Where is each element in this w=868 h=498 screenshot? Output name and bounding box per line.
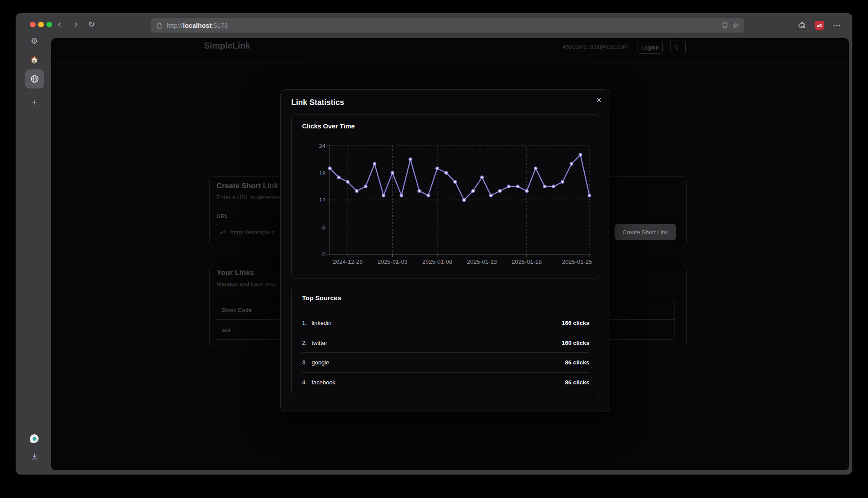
globe-icon	[30, 74, 39, 84]
modal-title: Link Statistics	[291, 98, 344, 107]
page-content: SimpleLink Welcome, test@test.com Logout…	[51, 38, 849, 470]
svg-text:2025-01-18: 2025-01-18	[512, 259, 542, 265]
source-name: google	[312, 359, 329, 366]
shield-icon[interactable]	[721, 22, 729, 29]
link-statistics-modal: Link Statistics × Clicks Over Time 06121…	[280, 89, 610, 412]
workspace-pin-icon[interactable]	[29, 433, 40, 444]
source-clicks: 86 clicks	[565, 359, 589, 366]
svg-text:2025-01-03: 2025-01-03	[378, 259, 408, 265]
clicks-over-time-card: Clicks Over Time 061218242024-12-292025-…	[291, 114, 600, 279]
adblock-badge[interactable]: uO	[815, 21, 824, 30]
source-clicks: 166 clicks	[562, 320, 589, 326]
back-button[interactable]: ‹	[54, 18, 65, 30]
downloads-icon[interactable]	[29, 451, 40, 462]
top-sources-card: Top Sources 1. linkedin 166 clicks 2. tw…	[291, 286, 600, 395]
svg-text:6: 6	[322, 224, 326, 231]
source-row: 3. google 86 clicks	[302, 353, 589, 373]
svg-text:2025-01-25: 2025-01-25	[562, 259, 592, 265]
source-row: 4. facebook 86 clicks	[302, 373, 589, 392]
source-row: 1. linkedin 166 clicks	[302, 313, 589, 333]
source-rank: 3.	[302, 359, 312, 366]
browser-sidebar: ⚙ 🏠 +	[16, 34, 52, 475]
top-sources-list: 1. linkedin 166 clicks 2. twitter 160 cl…	[292, 313, 600, 392]
svg-text:12: 12	[319, 197, 326, 203]
top-sources-title: Top Sources	[302, 294, 341, 301]
link-chain-icon	[220, 229, 226, 236]
source-clicks: 86 clicks	[565, 379, 589, 386]
window-close-button[interactable]	[30, 22, 36, 27]
sidebar-divider	[26, 92, 43, 92]
links-card-subtitle: Manage and track your	[217, 281, 276, 287]
svg-text:0: 0	[322, 251, 326, 258]
source-clicks: 160 clicks	[562, 340, 589, 346]
svg-text:2025-01-08: 2025-01-08	[422, 259, 452, 265]
app-header: SimpleLink Welcome, test@test.com Logout…	[51, 38, 849, 62]
extensions-puzzle-icon[interactable]	[798, 21, 806, 29]
source-name: twitter	[312, 340, 327, 346]
theme-moon-button[interactable]: ☾	[670, 40, 686, 54]
reload-button[interactable]: ↻	[86, 18, 97, 30]
logout-button[interactable]: Logout	[638, 41, 663, 54]
source-row: 2. twitter 160 clicks	[302, 333, 589, 353]
svg-text:24: 24	[319, 143, 326, 149]
source-rank: 4.	[302, 379, 312, 386]
create-card-title: Create Short Link	[217, 182, 278, 190]
links-card-title: Your Links	[217, 269, 254, 277]
window-minimize-button[interactable]	[38, 22, 44, 27]
window-zoom-button[interactable]	[46, 22, 52, 27]
forward-button[interactable]: ›	[70, 18, 82, 30]
source-rank: 2.	[302, 340, 312, 346]
source-name: linkedin	[312, 320, 332, 326]
source-rank: 1.	[302, 320, 312, 326]
browser-window: ‹ › ↻ http://localhost:5173 ☆ uO ⋯ ⚙ 🏠 +	[16, 13, 852, 475]
create-card-subtitle: Enter a URL to generate	[217, 194, 280, 200]
url-bar[interactable]: http://localhost:5173 ☆	[151, 18, 744, 33]
active-tab-globe[interactable]	[25, 69, 44, 88]
svg-text:18: 18	[319, 170, 326, 177]
new-tab-plus-button[interactable]: +	[29, 97, 40, 108]
url-text: http://localhost:5173	[167, 22, 228, 29]
page-icon	[156, 22, 163, 29]
clicks-chart-svg[interactable]: 061218242024-12-292025-01-032025-01-0820…	[292, 115, 600, 271]
settings-gear-icon[interactable]: ⚙	[29, 35, 40, 46]
welcome-text: Welcome, test@test.com	[562, 43, 628, 50]
svg-text:2025-01-13: 2025-01-13	[467, 259, 497, 265]
menu-dots-icon[interactable]: ⋯	[833, 20, 841, 30]
brand-title: SimpleLink	[204, 41, 250, 51]
source-name: facebook	[312, 379, 335, 386]
home-tab-icon[interactable]: 🏠	[29, 54, 40, 66]
create-short-link-button[interactable]: Create Short Link	[615, 224, 676, 240]
svg-text:2024-12-29: 2024-12-29	[333, 259, 363, 265]
close-icon[interactable]: ×	[593, 94, 605, 105]
url-field-label: URL	[217, 213, 228, 220]
short-code-cell: test	[221, 327, 230, 333]
bookmark-star-icon[interactable]: ☆	[733, 21, 739, 30]
